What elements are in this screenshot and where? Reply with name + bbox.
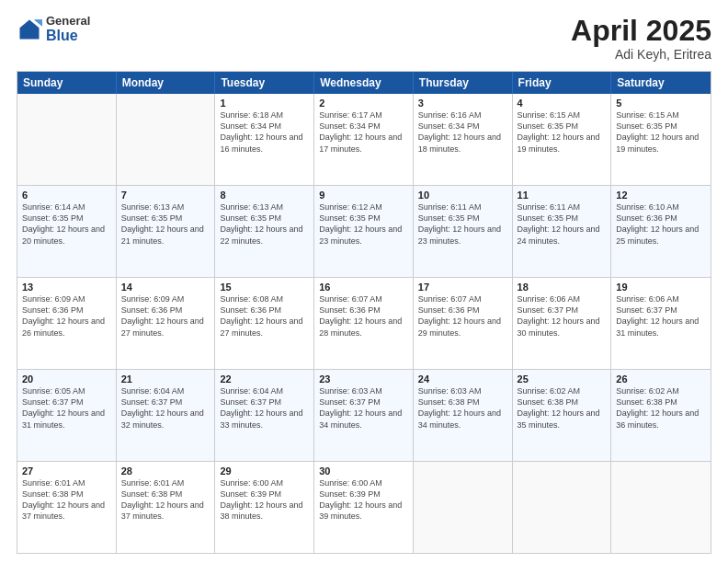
logo-general-text: General <box>46 15 90 28</box>
logo-blue-text: Blue <box>46 28 90 44</box>
calendar-row: 27Sunrise: 6:01 AM Sunset: 6:38 PM Dayli… <box>17 461 711 553</box>
day-number: 18 <box>518 282 607 293</box>
calendar: SundayMondayTuesdayWednesdayThursdayFrid… <box>17 71 711 554</box>
day-number: 28 <box>121 465 210 477</box>
day-number: 12 <box>616 190 706 201</box>
calendar-row: 20Sunrise: 6:05 AM Sunset: 6:37 PM Dayli… <box>17 369 711 461</box>
day-number: 16 <box>319 282 408 293</box>
calendar-cell: 24Sunrise: 6:03 AM Sunset: 6:38 PM Dayli… <box>414 370 513 461</box>
logo-icon <box>17 17 42 42</box>
calendar-cell: 14Sunrise: 6:09 AM Sunset: 6:36 PM Dayli… <box>117 278 216 369</box>
calendar-cell <box>611 462 711 553</box>
calendar-cell: 23Sunrise: 6:03 AM Sunset: 6:37 PM Dayli… <box>314 370 414 461</box>
day-number: 15 <box>220 282 309 293</box>
day-info: Sunrise: 6:12 AM Sunset: 6:35 PM Dayligh… <box>319 201 408 247</box>
calendar-cell: 29Sunrise: 6:00 AM Sunset: 6:39 PM Dayli… <box>215 462 314 553</box>
day-of-week-friday: Friday <box>513 72 612 94</box>
day-number: 8 <box>220 190 309 201</box>
day-info: Sunrise: 6:01 AM Sunset: 6:38 PM Dayligh… <box>22 477 111 523</box>
calendar-cell <box>117 94 216 185</box>
day-info: Sunrise: 6:07 AM Sunset: 6:36 PM Dayligh… <box>418 293 507 339</box>
day-number: 24 <box>418 373 507 385</box>
calendar-cell: 16Sunrise: 6:07 AM Sunset: 6:36 PM Dayli… <box>314 278 414 369</box>
day-info: Sunrise: 6:09 AM Sunset: 6:36 PM Dayligh… <box>22 293 111 339</box>
calendar-cell <box>513 462 612 553</box>
page: General Blue April 2025 Adi Keyh, Eritre… <box>0 0 728 563</box>
day-info: Sunrise: 6:02 AM Sunset: 6:38 PM Dayligh… <box>518 385 607 431</box>
calendar-body: 1Sunrise: 6:18 AM Sunset: 6:34 PM Daylig… <box>17 94 711 553</box>
calendar-cell: 30Sunrise: 6:00 AM Sunset: 6:39 PM Dayli… <box>314 462 414 553</box>
calendar-cell: 25Sunrise: 6:02 AM Sunset: 6:38 PM Dayli… <box>513 370 612 461</box>
svg-marker-0 <box>20 19 40 39</box>
calendar-cell: 5Sunrise: 6:15 AM Sunset: 6:35 PM Daylig… <box>611 94 711 185</box>
calendar-cell: 4Sunrise: 6:15 AM Sunset: 6:35 PM Daylig… <box>513 94 612 185</box>
day-info: Sunrise: 6:00 AM Sunset: 6:39 PM Dayligh… <box>220 477 309 523</box>
day-of-week-wednesday: Wednesday <box>314 72 414 94</box>
day-number: 25 <box>518 373 607 385</box>
day-info: Sunrise: 6:02 AM Sunset: 6:38 PM Dayligh… <box>616 385 706 431</box>
calendar-location: Adi Keyh, Eritrea <box>571 47 711 62</box>
day-info: Sunrise: 6:08 AM Sunset: 6:36 PM Dayligh… <box>220 293 309 339</box>
day-info: Sunrise: 6:06 AM Sunset: 6:37 PM Dayligh… <box>518 293 607 339</box>
day-number: 27 <box>22 465 111 477</box>
day-of-week-saturday: Saturday <box>611 72 711 94</box>
calendar-cell: 22Sunrise: 6:04 AM Sunset: 6:37 PM Dayli… <box>215 370 314 461</box>
calendar-cell: 21Sunrise: 6:04 AM Sunset: 6:37 PM Dayli… <box>117 370 216 461</box>
day-info: Sunrise: 6:15 AM Sunset: 6:35 PM Dayligh… <box>518 109 607 155</box>
day-of-week-thursday: Thursday <box>414 72 513 94</box>
day-number: 30 <box>319 465 408 477</box>
day-info: Sunrise: 6:10 AM Sunset: 6:36 PM Dayligh… <box>616 201 706 247</box>
day-number: 13 <box>22 282 111 293</box>
day-info: Sunrise: 6:11 AM Sunset: 6:35 PM Dayligh… <box>518 201 607 247</box>
day-number: 29 <box>220 465 309 477</box>
calendar-row: 13Sunrise: 6:09 AM Sunset: 6:36 PM Dayli… <box>17 277 711 369</box>
day-number: 19 <box>616 282 706 293</box>
day-number: 5 <box>616 98 706 109</box>
calendar-cell: 19Sunrise: 6:06 AM Sunset: 6:37 PM Dayli… <box>611 278 711 369</box>
day-number: 4 <box>518 98 607 109</box>
calendar-cell: 2Sunrise: 6:17 AM Sunset: 6:34 PM Daylig… <box>314 94 414 185</box>
day-info: Sunrise: 6:11 AM Sunset: 6:35 PM Dayligh… <box>418 201 507 247</box>
day-info: Sunrise: 6:01 AM Sunset: 6:38 PM Dayligh… <box>121 477 210 523</box>
calendar-cell: 20Sunrise: 6:05 AM Sunset: 6:37 PM Dayli… <box>17 370 117 461</box>
day-info: Sunrise: 6:15 AM Sunset: 6:35 PM Dayligh… <box>616 109 706 155</box>
calendar-cell: 3Sunrise: 6:16 AM Sunset: 6:34 PM Daylig… <box>414 94 513 185</box>
logo-text: General Blue <box>46 15 90 44</box>
day-info: Sunrise: 6:03 AM Sunset: 6:38 PM Dayligh… <box>418 385 507 431</box>
calendar-cell: 18Sunrise: 6:06 AM Sunset: 6:37 PM Dayli… <box>513 278 612 369</box>
day-info: Sunrise: 6:04 AM Sunset: 6:37 PM Dayligh… <box>121 385 210 431</box>
day-number: 26 <box>616 373 706 385</box>
day-info: Sunrise: 6:06 AM Sunset: 6:37 PM Dayligh… <box>616 293 706 339</box>
day-of-week-tuesday: Tuesday <box>215 72 314 94</box>
calendar-row: 1Sunrise: 6:18 AM Sunset: 6:34 PM Daylig… <box>17 94 711 185</box>
calendar-header: SundayMondayTuesdayWednesdayThursdayFrid… <box>17 72 711 94</box>
calendar-cell: 17Sunrise: 6:07 AM Sunset: 6:36 PM Dayli… <box>414 278 513 369</box>
calendar-row: 6Sunrise: 6:14 AM Sunset: 6:35 PM Daylig… <box>17 185 711 277</box>
calendar-cell: 11Sunrise: 6:11 AM Sunset: 6:35 PM Dayli… <box>513 186 612 277</box>
calendar-cell: 13Sunrise: 6:09 AM Sunset: 6:36 PM Dayli… <box>17 278 117 369</box>
day-number: 1 <box>220 98 309 109</box>
day-number: 3 <box>418 98 507 109</box>
calendar-cell: 10Sunrise: 6:11 AM Sunset: 6:35 PM Dayli… <box>414 186 513 277</box>
day-info: Sunrise: 6:13 AM Sunset: 6:35 PM Dayligh… <box>220 201 309 247</box>
calendar-cell: 1Sunrise: 6:18 AM Sunset: 6:34 PM Daylig… <box>215 94 314 185</box>
day-number: 23 <box>319 373 408 385</box>
day-number: 2 <box>319 98 408 109</box>
day-info: Sunrise: 6:16 AM Sunset: 6:34 PM Dayligh… <box>418 109 507 155</box>
calendar-cell: 6Sunrise: 6:14 AM Sunset: 6:35 PM Daylig… <box>17 186 117 277</box>
calendar-cell: 26Sunrise: 6:02 AM Sunset: 6:38 PM Dayli… <box>611 370 711 461</box>
calendar-cell: 12Sunrise: 6:10 AM Sunset: 6:36 PM Dayli… <box>611 186 711 277</box>
calendar-cell: 7Sunrise: 6:13 AM Sunset: 6:35 PM Daylig… <box>117 186 216 277</box>
day-number: 22 <box>220 373 309 385</box>
day-info: Sunrise: 6:03 AM Sunset: 6:37 PM Dayligh… <box>319 385 408 431</box>
day-info: Sunrise: 6:18 AM Sunset: 6:34 PM Dayligh… <box>220 109 309 155</box>
day-number: 11 <box>518 190 607 201</box>
day-info: Sunrise: 6:09 AM Sunset: 6:36 PM Dayligh… <box>121 293 210 339</box>
calendar-cell: 15Sunrise: 6:08 AM Sunset: 6:36 PM Dayli… <box>215 278 314 369</box>
day-number: 14 <box>121 282 210 293</box>
day-info: Sunrise: 6:17 AM Sunset: 6:34 PM Dayligh… <box>319 109 408 155</box>
calendar-cell <box>17 94 117 185</box>
day-number: 6 <box>22 190 111 201</box>
day-info: Sunrise: 6:07 AM Sunset: 6:36 PM Dayligh… <box>319 293 408 339</box>
calendar-cell: 28Sunrise: 6:01 AM Sunset: 6:38 PM Dayli… <box>117 462 216 553</box>
